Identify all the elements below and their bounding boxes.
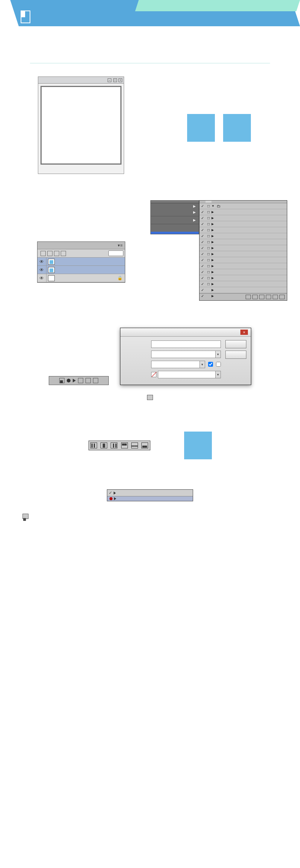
menu-item-actions[interactable] [151, 232, 199, 234]
ctrl-checkbox[interactable] [216, 362, 221, 367]
trash-icon[interactable] [93, 378, 98, 383]
action-item[interactable]: ✓□▶ [200, 275, 287, 281]
layer-row-rect2[interactable]: 👁 [38, 258, 125, 266]
align-toolbar[interactable]: ▌▌ ▐▌ ▐▐ ▀▀ ▬▬ ▄▄ [88, 441, 150, 450]
menu-item-arrange[interactable]: ▶ [151, 203, 199, 209]
shift-checkbox[interactable] [208, 362, 213, 367]
new-action-dialog[interactable]: × ▾ ▾ [120, 328, 251, 385]
align-bottom-icon[interactable]: ▄▄ [141, 442, 148, 448]
menu-bar[interactable] [151, 201, 199, 203]
window-menu[interactable]: ▶ ▶ ▶ [150, 200, 199, 234]
layers-panel-tab[interactable]: ▾≡ [38, 242, 125, 249]
ps-canvas[interactable] [40, 86, 122, 165]
step-1: – □ × [22, 76, 140, 178]
row-steps-3-4: ▾≡ 👁 👁 👁 [0, 200, 300, 305]
eye-icon[interactable]: 👁 [38, 274, 46, 282]
action-set-select[interactable] [151, 351, 216, 358]
fk-select[interactable] [151, 361, 200, 368]
close-icon[interactable]: × [240, 330, 248, 335]
align-top-icon[interactable]: ▀▀ [121, 442, 128, 448]
record-button[interactable] [225, 340, 246, 348]
layer-row-rect1[interactable]: 👁 [38, 266, 125, 274]
max-icon[interactable]: □ [113, 78, 117, 82]
lock-all-icon[interactable] [61, 251, 66, 256]
layer-row-bg[interactable]: 👁 🔒 [38, 274, 125, 282]
new-action-icon[interactable] [86, 378, 91, 383]
min-icon[interactable]: – [108, 78, 111, 82]
play-icon [114, 492, 116, 495]
action-item[interactable]: ✓□▶ [200, 251, 287, 257]
trash-icon[interactable] [279, 295, 285, 299]
panel-menu-icon[interactable]: ▾≡ [118, 243, 122, 248]
align-vcenter-icon[interactable]: ▬▬ [131, 442, 138, 448]
chevron-down-icon[interactable]: ▾ [200, 361, 205, 368]
play-icon[interactable] [259, 295, 264, 299]
lock-image-icon[interactable] [47, 251, 52, 256]
align-hcenter-icon[interactable]: ▐▌ [100, 442, 107, 448]
eye-icon[interactable]: 👁 [38, 258, 46, 265]
stop-icon[interactable] [246, 295, 251, 299]
action-item[interactable]: ✓□▶ [200, 257, 287, 263]
step-3: ▾≡ 👁 👁 👁 [22, 200, 140, 287]
tab-actions[interactable] [206, 201, 212, 203]
actions-panel[interactable]: ✓□▼ 🗀 ✓□▶ ✓□▶ ✓□▶ ✓□▶ ✓□▶ ✓□▶ ✓□▶ ✓□▶ ✓□… [199, 200, 287, 301]
record-icon[interactable] [252, 295, 258, 299]
align-right-icon[interactable]: ▐▐ [111, 442, 117, 448]
align-left-icon[interactable]: ▌▌ [90, 442, 97, 448]
action-item[interactable]: ✓□▶ [200, 245, 287, 251]
step-6: ▌▌ ▐▌ ▐▐ ▀▀ ▬▬ ▄▄ [0, 432, 300, 459]
action-item[interactable]: ✓□▶ [200, 227, 287, 233]
cancel-button[interactable] [225, 351, 246, 359]
lock-position-icon[interactable] [54, 251, 59, 256]
action-header[interactable]: ✓ [107, 490, 193, 496]
close-icon[interactable]: × [118, 78, 122, 82]
aligned-rectangle[interactable] [184, 432, 212, 459]
chevron-down-icon[interactable]: ▾ [215, 351, 221, 358]
actions-mini-bar[interactable]: ■ [49, 376, 109, 385]
rectangles [187, 114, 251, 142]
rectangle-b[interactable] [223, 114, 251, 142]
lock-transparent-icon[interactable] [40, 251, 46, 256]
chevron-down-icon[interactable]: ▾ [215, 371, 221, 378]
tab-history[interactable] [200, 201, 206, 203]
ps-window-controls[interactable]: – □ × [107, 78, 123, 82]
folder-icon[interactable] [78, 378, 83, 383]
color-swatch-icon[interactable] [151, 372, 156, 377]
action-item[interactable]: ✓□▶ [200, 221, 287, 227]
action-item[interactable]: ✓□▶ [200, 209, 287, 215]
actions-folder[interactable]: ✓□▼ 🗀 [200, 203, 287, 209]
action-item[interactable]: ✓□▶ [200, 239, 287, 245]
fill-value-input[interactable] [108, 250, 123, 256]
eye-icon[interactable]: 👁 [38, 266, 46, 274]
ps-document-window: – □ × [38, 76, 124, 174]
layers-panel[interactable]: ▾≡ 👁 👁 👁 [37, 241, 125, 283]
color-select[interactable] [158, 371, 216, 378]
menu-item-extensions[interactable]: ▶ [151, 217, 199, 223]
menu-item-workspace[interactable]: ▶ [151, 209, 199, 215]
new-action-icon[interactable] [273, 295, 278, 299]
new-action-icon [147, 395, 153, 400]
action-item[interactable]: ✓□▶ [200, 269, 287, 275]
action-item[interactable]: ✓□▶ [200, 215, 287, 221]
step-5-caption [0, 393, 300, 402]
final-action-row[interactable]: ✓ [107, 489, 193, 501]
brand-icon [21, 10, 30, 23]
play-icon[interactable] [73, 379, 76, 382]
action-item[interactable]: ✓□▶ [200, 233, 287, 239]
step-5: ■ × ▾ [0, 328, 300, 385]
action-name-input[interactable] [151, 340, 221, 348]
rectangle-a[interactable] [187, 114, 215, 142]
lock-icon: 🔒 [117, 276, 123, 280]
ps-titlebar: – □ × [38, 77, 124, 84]
intro-text [0, 37, 300, 60]
action-item[interactable]: ✓□▶ [200, 263, 287, 269]
action-item-left[interactable]: ✓▶ [200, 287, 287, 293]
record-icon[interactable] [67, 379, 70, 382]
stop-icon[interactable]: ■ [59, 378, 64, 383]
play-icon [114, 497, 116, 500]
actions-list[interactable]: ✓□▼ 🗀 ✓□▶ ✓□▶ ✓□▶ ✓□▶ ✓□▶ ✓□▶ ✓□▶ ✓□▶ ✓□… [200, 203, 287, 293]
action-item[interactable]: ✓□▶ [200, 281, 287, 287]
stop-record-icon: ■ [22, 514, 28, 519]
new-set-icon[interactable] [266, 295, 271, 299]
action-step[interactable] [107, 496, 193, 501]
